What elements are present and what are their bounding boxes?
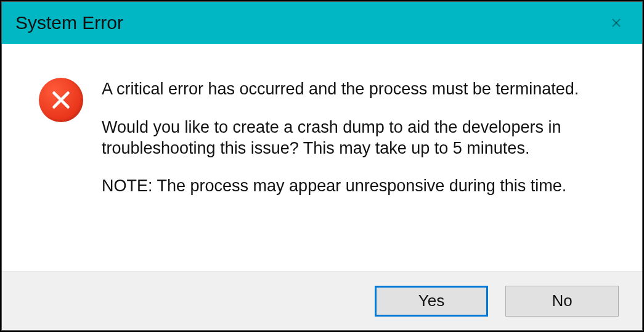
titlebar: System Error: [2, 2, 642, 44]
message-text: A critical error has occurred and the pr…: [102, 78, 605, 252]
error-icon: [39, 78, 83, 122]
message-paragraph-2: Would you like to create a crash dump to…: [102, 117, 605, 159]
message-paragraph-3: NOTE: The process may appear unresponsiv…: [102, 176, 605, 197]
no-button[interactable]: No: [505, 286, 619, 317]
yes-button[interactable]: Yes: [375, 286, 488, 317]
dialog-content: A critical error has occurred and the pr…: [2, 44, 642, 271]
message-paragraph-1: A critical error has occurred and the pr…: [102, 79, 605, 100]
icon-container: [39, 78, 83, 252]
close-icon: [611, 18, 621, 28]
close-button[interactable]: [604, 10, 629, 35]
system-error-dialog: System Error A critical error has occurr…: [1, 1, 643, 331]
dialog-footer: Yes No: [2, 271, 642, 330]
window-title: System Error: [15, 12, 123, 33]
x-icon: [49, 88, 73, 112]
